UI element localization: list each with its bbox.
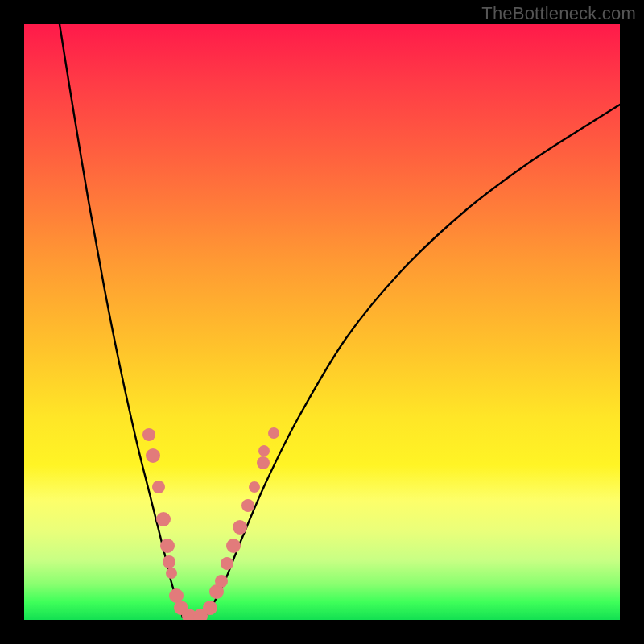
data-point	[258, 445, 270, 456]
data-point	[146, 448, 160, 463]
data-point	[142, 428, 155, 441]
data-point	[268, 427, 279, 439]
data-point-group	[142, 427, 279, 620]
data-point	[163, 555, 175, 568]
data-point	[152, 481, 165, 493]
data-point	[233, 520, 247, 535]
plot-area	[24, 24, 620, 620]
data-point	[257, 456, 270, 469]
data-point	[166, 568, 177, 579]
chart-frame: TheBottleneck.com	[0, 0, 644, 644]
bottleneck-curve	[60, 24, 620, 618]
data-point	[203, 601, 217, 615]
data-point	[215, 575, 228, 588]
data-point	[160, 539, 175, 553]
data-point	[156, 512, 171, 526]
data-point	[242, 499, 254, 512]
data-point	[221, 557, 233, 570]
curve-svg	[24, 24, 620, 620]
data-point	[226, 539, 241, 553]
data-point	[249, 481, 260, 493]
watermark-text: TheBottleneck.com	[481, 3, 636, 24]
